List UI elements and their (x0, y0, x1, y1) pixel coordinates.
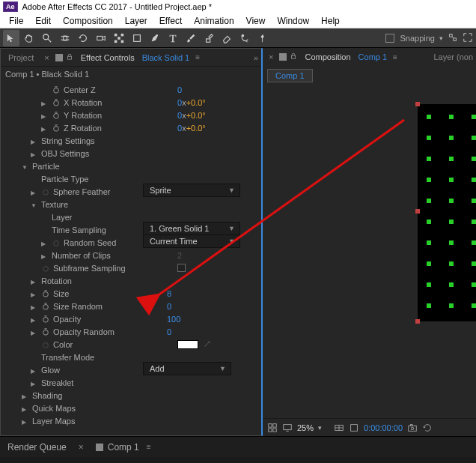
monitor-icon[interactable] (282, 423, 293, 433)
anchor-handle[interactable] (415, 319, 420, 324)
camera-tool-icon[interactable] (93, 30, 109, 46)
time-sampling-dropdown[interactable]: Current Time▼ (143, 234, 240, 248)
stopwatch-icon[interactable] (52, 85, 61, 94)
pen-tool-icon[interactable] (147, 30, 163, 46)
menu-window[interactable]: Window (271, 16, 315, 26)
twirl-icon[interactable] (41, 111, 49, 120)
clone-tool-icon[interactable] (201, 30, 217, 46)
effect-target-link[interactable]: Black Solid 1 (142, 53, 190, 62)
twirl-icon[interactable] (41, 124, 49, 133)
stopwatch-icon[interactable] (52, 124, 61, 133)
zoom-value[interactable]: 25% (297, 423, 314, 432)
prop-string-settings[interactable]: String Settings (1, 134, 261, 147)
timecode[interactable]: 0:00:00:00 (364, 423, 403, 432)
text-tool-icon[interactable] (165, 30, 181, 46)
panel-menu-icon[interactable]: ≡ (195, 56, 199, 58)
prop-value[interactable]: 0 (167, 302, 171, 311)
lock-icon[interactable] (290, 52, 297, 61)
anchor-tool-icon[interactable] (111, 30, 127, 46)
snapping-options-icon[interactable]: ▾ (439, 34, 443, 42)
prop-particle[interactable]: Particle (1, 160, 261, 172)
twirl-icon[interactable] (31, 289, 38, 298)
viewer-layer-solid[interactable] (418, 104, 476, 321)
anchor-handle[interactable] (415, 209, 420, 214)
close-icon[interactable]: × (41, 53, 52, 62)
tab-layer[interactable]: Layer (non (433, 52, 473, 61)
twirl-icon[interactable] (31, 276, 38, 285)
prop-value[interactable]: 8 (167, 289, 171, 298)
tab-render-queue[interactable]: Render Queue (7, 442, 67, 453)
stopwatch-icon[interactable] (52, 111, 61, 120)
prop-rotation[interactable]: Rotation (1, 274, 261, 287)
menu-file[interactable]: File (3, 16, 29, 26)
twirl-icon[interactable] (31, 136, 38, 145)
panel-menu-icon[interactable]: ≡ (393, 56, 397, 58)
twirl-icon[interactable] (31, 327, 38, 336)
prop-value[interactable]: 0 (167, 327, 171, 336)
selection-tool-icon[interactable] (3, 30, 19, 46)
transfer-mode-dropdown[interactable]: Add▼ (143, 362, 231, 375)
comp-name-link[interactable]: Comp 1 (358, 52, 388, 61)
refresh-icon[interactable] (422, 423, 433, 433)
snap-mode-icon[interactable] (448, 32, 458, 44)
anchor-handle[interactable] (415, 102, 420, 106)
twirl-icon[interactable] (22, 417, 29, 426)
comp-tab[interactable]: Comp 1 (267, 69, 313, 82)
layer-dropdown[interactable]: 1. Green Solid 1▼ (143, 222, 240, 235)
tab-effect-controls[interactable]: Effect Controls (76, 52, 139, 64)
camera-icon[interactable] (407, 423, 418, 433)
stopwatch-icon[interactable] (52, 98, 61, 107)
prop-layer-maps[interactable]: Layer Maps (1, 414, 261, 427)
twirl-icon[interactable] (41, 98, 49, 107)
hand-tool-icon[interactable] (21, 30, 37, 46)
brush-tool-icon[interactable] (183, 30, 199, 46)
shape-tool-icon[interactable] (129, 30, 145, 46)
orbit-tool-icon[interactable] (57, 30, 73, 46)
twirl-icon[interactable] (31, 200, 38, 209)
resolution-icon[interactable] (334, 423, 344, 433)
menu-animation[interactable]: Animation (188, 16, 239, 26)
twirl-icon[interactable] (31, 302, 38, 311)
menu-view[interactable]: View (240, 16, 272, 26)
tab-comp-timeline[interactable]: Comp 1 ≡ (96, 442, 150, 453)
pin-tool-icon[interactable] (254, 30, 271, 46)
prop-quick-maps[interactable]: Quick Maps (1, 402, 261, 414)
prop-value[interactable]: 0x+0.0° (177, 124, 206, 133)
snapping-checkbox[interactable] (385, 34, 394, 43)
twirl-icon[interactable] (31, 149, 38, 158)
prop-value[interactable]: 0x+0.0° (177, 98, 206, 107)
menu-help[interactable]: Help (315, 16, 346, 26)
composition-viewer[interactable] (263, 82, 476, 418)
chevron-down-icon[interactable]: ▾ (318, 424, 322, 432)
zoom-tool-icon[interactable] (39, 30, 55, 46)
menu-effect[interactable]: Effect (153, 16, 188, 26)
particle-type-dropdown[interactable]: Sprite▼ (143, 184, 240, 197)
stopwatch-icon[interactable] (41, 289, 50, 298)
panel-overflow-icon[interactable]: » (254, 53, 258, 62)
stopwatch-icon[interactable] (41, 327, 50, 336)
prop-value[interactable]: 100 (167, 315, 180, 324)
stopwatch-icon[interactable] (41, 315, 50, 324)
menu-composition[interactable]: Composition (57, 16, 119, 26)
eraser-tool-icon[interactable] (219, 30, 235, 46)
close-icon[interactable]: × (266, 52, 276, 61)
close-icon[interactable]: × (76, 442, 87, 453)
tab-composition[interactable]: Composition (300, 51, 355, 63)
panel-menu-icon[interactable]: ≡ (147, 446, 150, 448)
prop-value[interactable]: 0x+0.0° (177, 111, 206, 120)
roto-tool-icon[interactable] (237, 30, 253, 46)
channel-icon[interactable] (349, 423, 359, 433)
prop-obj-settings[interactable]: OBJ Settings (1, 147, 261, 160)
twirl-icon[interactable] (22, 404, 29, 413)
grid-icon[interactable] (267, 423, 278, 433)
twirl-icon[interactable] (22, 162, 29, 171)
prop-value[interactable]: 0 (177, 85, 182, 94)
menu-edit[interactable]: Edit (29, 16, 57, 26)
menu-layer[interactable]: Layer (119, 16, 153, 26)
stopwatch-icon[interactable] (41, 302, 50, 311)
expand-icon[interactable] (463, 32, 473, 44)
twirl-icon[interactable] (31, 315, 38, 324)
prop-shading[interactable]: Shading (1, 389, 261, 402)
twirl-icon[interactable] (22, 391, 29, 400)
tab-project[interactable]: Project (4, 52, 38, 64)
